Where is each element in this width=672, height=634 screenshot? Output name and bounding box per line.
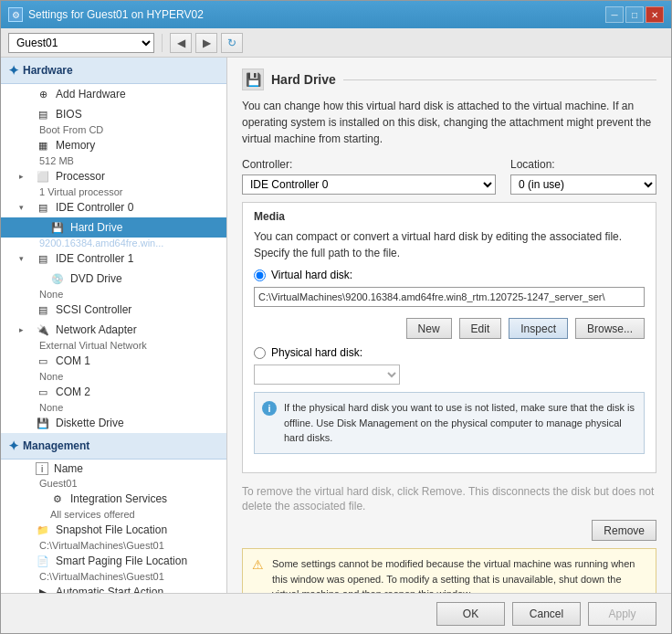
footer: OK Cancel Apply	[1, 593, 671, 633]
title-bar-left: ⚙ Settings for Guest01 on HYPERV02	[8, 7, 204, 22]
name-sub: Guest01	[1, 478, 226, 489]
sidebar-item-name[interactable]: i Name	[1, 460, 226, 478]
snapshot-sub: C:\VirtualMachines\Guest01	[1, 540, 226, 551]
name-label: Name	[54, 462, 219, 475]
sidebar-item-scsi[interactable]: ▤ SCSI Controller	[1, 300, 226, 320]
settings-window: ⚙ Settings for Guest01 on HYPERV02 ─ □ ✕…	[0, 0, 672, 634]
edit-button[interactable]: Edit	[459, 318, 502, 339]
window-title: Settings for Guest01 on HYPERV02	[28, 8, 204, 21]
com2-sub: None	[1, 402, 226, 413]
inspect-button[interactable]: Inspect	[509, 318, 568, 339]
apply-button[interactable]: Apply	[588, 602, 656, 626]
management-section-header: ✦ Management	[1, 433, 226, 460]
expand-icon-ide1: ▾	[19, 254, 30, 263]
location-group: Location: 0 (in use)	[510, 158, 656, 195]
diskette-label: Diskette Drive	[56, 417, 219, 429]
scsi-label: SCSI Controller	[56, 303, 219, 316]
sidebar-item-add-hardware[interactable]: ⊕ Add Hardware	[1, 84, 226, 104]
location-select[interactable]: 0 (in use)	[510, 174, 656, 195]
sidebar-item-diskette[interactable]: 💾 Diskette Drive	[1, 413, 226, 433]
remove-row: Remove	[242, 520, 656, 541]
ide0-icon: ▤	[36, 200, 50, 215]
add-hardware-icon: ⊕	[36, 87, 50, 101]
virtual-hd-radio-row: Virtual hard disk:	[254, 269, 645, 281]
panel-description: You can change how this virtual hard dis…	[242, 98, 656, 147]
controller-label: Controller:	[242, 158, 496, 171]
sidebar-item-smartpaging[interactable]: 📄 Smart Paging File Location	[1, 551, 226, 571]
sidebar-item-integration[interactable]: ⚙ Integration Services	[1, 489, 226, 509]
sidebar-item-memory[interactable]: ▦ Memory	[1, 135, 226, 155]
forward-button[interactable]: ▶	[195, 33, 217, 53]
physical-hd-select	[254, 365, 400, 385]
management-section-title: Management	[23, 439, 89, 452]
dvd-icon: 💿	[50, 271, 65, 286]
virtual-hd-label: Virtual hard disk:	[271, 269, 352, 281]
ide1-icon: ▤	[36, 251, 50, 266]
sidebar-item-autostart[interactable]: ▶ Automatic Start Action	[1, 582, 226, 593]
panel-content: 💾 Hard Drive You can change how this vir…	[227, 58, 671, 593]
smartpaging-label: Smart Paging File Location	[56, 555, 219, 567]
processor-icon: ⬜	[36, 169, 50, 184]
hardware-section-title: Hardware	[23, 64, 73, 77]
com1-sub: None	[1, 371, 226, 382]
cancel-button[interactable]: Cancel	[512, 602, 581, 626]
new-button[interactable]: New	[406, 318, 452, 339]
autostart-label: Automatic Start Action	[56, 586, 219, 593]
media-title: Media	[254, 210, 645, 223]
minimize-button[interactable]: ─	[605, 6, 624, 23]
snapshot-icon: 📁	[36, 523, 50, 537]
dvd-sub: None	[1, 289, 226, 300]
close-button[interactable]: ✕	[646, 6, 664, 23]
com2-icon: ▭	[36, 385, 50, 399]
sidebar-item-dvd[interactable]: 💿 DVD Drive	[1, 269, 226, 289]
memory-label: Memory	[56, 139, 219, 152]
media-description: You can compact or convert a virtual har…	[254, 228, 645, 261]
sidebar-item-processor[interactable]: ▸ ⬜ Processor	[1, 166, 226, 186]
sidebar-item-hard-drive[interactable]: 💾 Hard Drive	[1, 217, 226, 238]
controller-select[interactable]: IDE Controller 0	[242, 174, 496, 195]
management-section-icon: ✦	[8, 439, 19, 453]
sidebar-item-com1[interactable]: ▭ COM 1	[1, 351, 226, 371]
sidebar-item-network[interactable]: ▸ 🔌 Network Adapter	[1, 320, 226, 340]
main-panel: 💾 Hard Drive You can change how this vir…	[227, 58, 671, 593]
sidebar-item-snapshot[interactable]: 📁 Snapshot File Location	[1, 520, 226, 540]
dvd-label: DVD Drive	[70, 272, 219, 285]
bios-label: BIOS	[56, 108, 219, 121]
back-button[interactable]: ◀	[170, 33, 192, 53]
remove-button[interactable]: Remove	[592, 520, 656, 541]
physical-hd-label: Physical hard disk:	[271, 346, 362, 359]
diskette-icon: 💾	[36, 416, 50, 430]
virtual-hd-path[interactable]	[254, 287, 645, 307]
maximize-button[interactable]: □	[625, 6, 644, 23]
browse-button[interactable]: Browse...	[575, 318, 645, 339]
vm-select[interactable]: Guest01	[8, 33, 154, 53]
processor-label: Processor	[56, 170, 219, 183]
controller-group: Controller: IDE Controller 0	[242, 158, 496, 195]
panel-title: Hard Drive	[271, 72, 336, 87]
ok-button[interactable]: OK	[436, 602, 505, 626]
bios-sub: Boot From CD	[1, 124, 226, 135]
physical-hd-radio-row: Physical hard disk:	[254, 346, 645, 359]
integration-sub: All services offered	[1, 509, 226, 520]
memory-icon: ▦	[36, 138, 50, 153]
hard-drive-label: Hard Drive	[70, 221, 219, 234]
sidebar-item-ide0[interactable]: ▾ ▤ IDE Controller 0	[1, 197, 226, 217]
media-button-row: New Edit Inspect Browse...	[254, 318, 645, 339]
com1-label: COM 1	[56, 354, 219, 367]
remove-text: To remove the virtual hard disk, click R…	[242, 484, 656, 515]
sidebar-item-bios[interactable]: ▤ BIOS	[1, 104, 226, 124]
network-label: Network Adapter	[56, 323, 219, 336]
sidebar-item-com2[interactable]: ▭ COM 2	[1, 382, 226, 402]
ide1-label: IDE Controller 1	[56, 252, 219, 265]
memory-sub: 512 MB	[1, 155, 226, 166]
refresh-button[interactable]: ↻	[221, 33, 243, 53]
physical-hd-radio[interactable]	[254, 347, 266, 359]
virtual-hd-radio[interactable]	[254, 269, 266, 281]
hardware-section-icon: ✦	[8, 63, 19, 78]
panel-title-line	[343, 79, 656, 80]
app-icon: ⚙	[8, 7, 23, 22]
name-icon: i	[36, 462, 48, 475]
sidebar-item-ide1[interactable]: ▾ ▤ IDE Controller 1	[1, 248, 226, 269]
warning-text: Some settings cannot be modified because…	[272, 556, 648, 593]
info-box: i If the physical hard disk you want to …	[254, 392, 645, 454]
